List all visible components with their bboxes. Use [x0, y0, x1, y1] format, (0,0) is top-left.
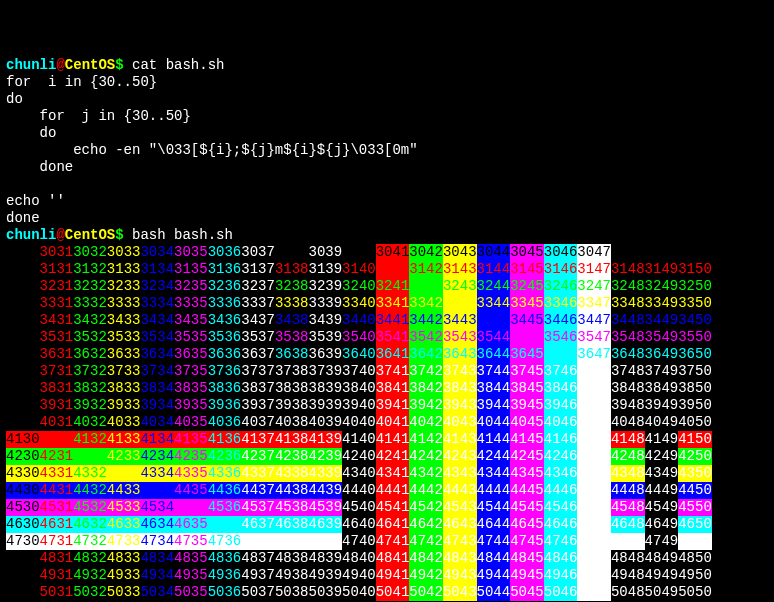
- ansi-cell: 3041: [376, 244, 410, 261]
- ansi-cell: 4540: [342, 499, 376, 516]
- ansi-cell: 4830: [6, 550, 40, 567]
- ansi-cell: 4433: [107, 482, 141, 499]
- ansi-cell: 4231: [40, 448, 74, 465]
- ansi-cell: 4241: [376, 448, 410, 465]
- ansi-cell: 4340: [342, 465, 376, 482]
- ansi-cell: 3447: [577, 312, 611, 329]
- ansi-cell: 3049: [645, 244, 679, 261]
- ansi-cell: 3249: [645, 278, 679, 295]
- ansi-cell: 3138: [275, 261, 309, 278]
- ansi-cell: 3346: [544, 295, 578, 312]
- ansi-cell: 5049: [645, 584, 679, 601]
- ansi-cell: 4036: [208, 414, 242, 431]
- ansi-cell: 4448: [611, 482, 645, 499]
- ansi-cell: 3547: [577, 329, 611, 346]
- ansi-cell: 3242: [409, 278, 443, 295]
- ansi-cell: 3536: [208, 329, 242, 346]
- ansi-cell: 3430: [6, 312, 40, 329]
- prompt-host: CentOS: [65, 227, 115, 243]
- ansi-cell: 4846: [544, 550, 578, 567]
- ansi-cell: 4236: [208, 448, 242, 465]
- ansi-cell: 4946: [544, 567, 578, 584]
- ansi-cell: 4041: [376, 414, 410, 431]
- ansi-cell: 4948: [611, 567, 645, 584]
- ansi-cell: 5035: [174, 584, 208, 601]
- ansi-cell: 3332: [73, 295, 107, 312]
- ansi-cell: 4532: [73, 499, 107, 516]
- ansi-cell: 3935: [174, 397, 208, 414]
- ansi-cell: 3247: [577, 278, 611, 295]
- ansi-cell: 4546: [544, 499, 578, 516]
- ansi-cell: 4549: [645, 499, 679, 516]
- ansi-cell: 4230: [6, 448, 40, 465]
- ansi-cell: 4942: [409, 567, 443, 584]
- ansi-cell: 4935: [174, 567, 208, 584]
- ansi-cell: 3937: [241, 397, 275, 414]
- ansi-cell: 3244: [477, 278, 511, 295]
- ansi-cell: 3836: [208, 380, 242, 397]
- ansi-cell: 4044: [477, 414, 511, 431]
- ansi-cell: 3046: [544, 244, 578, 261]
- ansi-cell: 3438: [275, 312, 309, 329]
- terminal[interactable]: chunli@CentOS$ cat bash.sh for i in {30.…: [6, 57, 768, 602]
- ansi-cell: 3437: [241, 312, 275, 329]
- ansi-cell: 3230: [6, 278, 40, 295]
- ansi-cell: 4336: [208, 465, 242, 482]
- ansi-cell: 4039: [308, 414, 342, 431]
- ansi-cell: 4745: [510, 533, 544, 550]
- ansi-cell: 4638: [275, 516, 309, 533]
- ansi-cell: 4232: [73, 448, 107, 465]
- ansi-cell: 3335: [174, 295, 208, 312]
- ansi-cell: 5048: [611, 584, 645, 601]
- ansi-cell: 3432: [73, 312, 107, 329]
- ansi-cell: 3539: [308, 329, 342, 346]
- ansi-cell: 3348: [611, 295, 645, 312]
- ansi-cell: 4736: [208, 533, 242, 550]
- ansi-cell: 3842: [409, 380, 443, 397]
- ansi-cell: 4645: [510, 516, 544, 533]
- ansi-cell: 3948: [611, 397, 645, 414]
- ansi-cell: 3032: [73, 244, 107, 261]
- ansi-cell: 3830: [6, 380, 40, 397]
- ansi-cell: 3735: [174, 363, 208, 380]
- ansi-cell: 3943: [443, 397, 477, 414]
- ansi-cell: 3443: [443, 312, 477, 329]
- ansi-cell: 4233: [107, 448, 141, 465]
- ansi-cell: 3339: [308, 295, 342, 312]
- ansi-cell: 4545: [510, 499, 544, 516]
- ansi-cell: 3840: [342, 380, 376, 397]
- ansi-cell: 3845: [510, 380, 544, 397]
- ansi-cell: 4738: [275, 533, 309, 550]
- ansi-cell: 4636: [208, 516, 242, 533]
- ansi-color-grid: 3030303130323033303430353036303730383039…: [6, 244, 768, 601]
- ansi-cell: 3936: [208, 397, 242, 414]
- ansi-cell: 4939: [308, 567, 342, 584]
- ansi-cell: 4544: [477, 499, 511, 516]
- ansi-cell: 4037: [241, 414, 275, 431]
- ansi-cell: 3034: [140, 244, 174, 261]
- ansi-cell: 4848: [611, 550, 645, 567]
- ansi-cell: 3449: [645, 312, 679, 329]
- ansi-cell: 4840: [342, 550, 376, 567]
- ansi-cell: 5040: [342, 584, 376, 601]
- ansi-cell: 3140: [342, 261, 376, 278]
- ansi-cell: 4850: [678, 550, 712, 567]
- ansi-cell: 4537: [241, 499, 275, 516]
- ansi-cell: 4847: [577, 550, 611, 567]
- ansi-cell: 3031: [40, 244, 74, 261]
- ansi-cell: 3646: [544, 346, 578, 363]
- ansi-cell: 3133: [107, 261, 141, 278]
- ansi-cell: 3744: [477, 363, 511, 380]
- ansi-cell: 4237: [241, 448, 275, 465]
- ansi-cell: 3442: [409, 312, 443, 329]
- ansi-cell: 4543: [443, 499, 477, 516]
- ansi-cell: 3941: [376, 397, 410, 414]
- ansi-cell: 3436: [208, 312, 242, 329]
- ansi-cell: 4148: [611, 431, 645, 448]
- ansi-cell: 4932: [73, 567, 107, 584]
- ansi-cell: 4135: [174, 431, 208, 448]
- ansi-cell: 4938: [275, 567, 309, 584]
- ansi-cell: 4048: [611, 414, 645, 431]
- ansi-cell: 3644: [477, 346, 511, 363]
- ansi-cell: 3149: [645, 261, 679, 278]
